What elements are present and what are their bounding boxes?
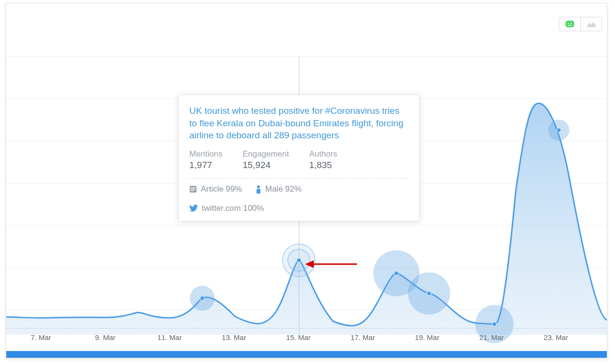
stat-label: Engagement: [243, 149, 289, 159]
meta-source: twitter.com 100%: [189, 204, 408, 213]
stat-value: 1,835: [309, 160, 337, 170]
chart-plot-area[interactable]: UK tourist who tested positive for #Coro…: [6, 10, 607, 335]
meta-label: Article 99%: [201, 184, 242, 194]
x-tick: 19. Mar: [415, 333, 440, 341]
twitter-icon: [189, 205, 198, 212]
x-tick: 11. Mar: [158, 333, 182, 341]
stat-label: Mentions: [189, 149, 222, 159]
svg-marker-4: [305, 260, 314, 268]
stat-mentions: Mentions 1,977: [189, 149, 222, 170]
stat-engagement: Engagement 15,924: [243, 149, 289, 170]
svg-rect-6: [191, 187, 196, 188]
annotation-arrow-icon: [303, 256, 362, 272]
time-scroll-bar[interactable]: [6, 351, 607, 358]
tooltip-headline-link[interactable]: UK tourist who tested positive for #Coro…: [189, 105, 408, 142]
data-point[interactable]: [492, 322, 497, 327]
chart-panel: UK tourist who tested positive for #Coro…: [6, 3, 607, 358]
svg-point-9: [257, 185, 260, 188]
x-tick: 15. Mar: [286, 333, 311, 341]
stat-value: 15,924: [243, 160, 289, 170]
x-tick: 7. Mar: [31, 333, 51, 341]
datapoint-tooltip: UK tourist who tested positive for #Coro…: [178, 95, 419, 221]
stat-label: Authors: [309, 149, 337, 159]
data-point-selected[interactable]: [296, 258, 301, 263]
x-tick: 23. Mar: [544, 333, 568, 341]
meta-label: twitter.com 100%: [202, 204, 264, 213]
data-point[interactable]: [556, 128, 561, 133]
x-axis: 7. Mar 9. Mar 11. Mar 13. Mar 15. Mar 17…: [6, 328, 607, 345]
svg-rect-8: [191, 190, 194, 191]
stat-value: 1,977: [189, 160, 222, 170]
tooltip-meta-row: Article 99% Male 92% twitter.com 100%: [189, 184, 408, 213]
x-tick: 13. Mar: [222, 333, 246, 341]
x-tick: 17. Mar: [351, 333, 375, 341]
data-point[interactable]: [394, 271, 399, 276]
article-icon: [189, 185, 197, 193]
person-icon: [256, 185, 261, 194]
meta-label: Male 92%: [265, 184, 302, 194]
data-point[interactable]: [427, 291, 431, 296]
data-point[interactable]: [200, 296, 205, 301]
x-tick: 9. Mar: [95, 333, 116, 341]
meta-article: Article 99%: [189, 184, 242, 194]
stat-authors: Authors 1,835: [309, 149, 337, 170]
meta-gender: Male 92%: [256, 184, 302, 194]
divider: [189, 178, 408, 179]
svg-rect-7: [191, 189, 196, 190]
tooltip-stats-row: Mentions 1,977 Engagement 15,924 Authors…: [189, 149, 408, 170]
x-tick: 21. Mar: [480, 333, 504, 341]
